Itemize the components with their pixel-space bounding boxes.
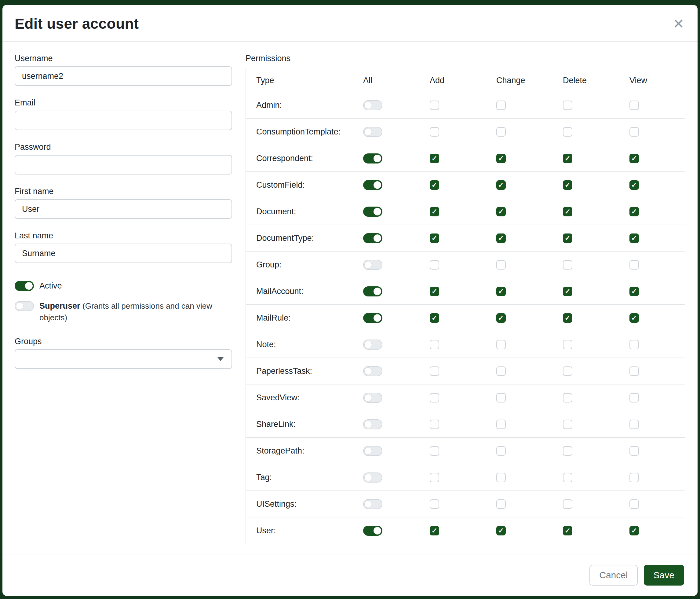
permission-view-checkbox[interactable]	[629, 100, 639, 110]
permission-add-checkbox[interactable]	[430, 127, 439, 137]
permission-change-checkbox[interactable]	[496, 340, 506, 349]
permission-delete-checkbox[interactable]	[563, 499, 572, 509]
permission-view-checkbox[interactable]	[629, 127, 639, 137]
permission-delete-checkbox[interactable]	[563, 446, 572, 456]
permission-view-checkbox[interactable]: ✓	[629, 313, 639, 323]
permission-all-toggle[interactable]	[363, 419, 382, 429]
permission-delete-checkbox[interactable]: ✓	[563, 287, 572, 296]
permission-add-checkbox[interactable]	[430, 100, 439, 110]
permission-delete-checkbox[interactable]	[563, 366, 572, 376]
permission-view-checkbox[interactable]: ✓	[629, 154, 639, 163]
permission-all-toggle[interactable]	[363, 526, 382, 536]
permission-view-checkbox[interactable]	[629, 393, 639, 403]
save-button[interactable]: Save	[644, 565, 684, 585]
permission-change-checkbox[interactable]	[496, 393, 506, 403]
permission-add-checkbox[interactable]	[430, 260, 439, 269]
permission-delete-checkbox[interactable]: ✓	[563, 526, 572, 535]
permission-add-checkbox[interactable]: ✓	[430, 234, 439, 243]
permission-add-checkbox[interactable]	[430, 446, 439, 456]
permission-delete-checkbox[interactable]: ✓	[563, 313, 572, 323]
permission-change-checkbox[interactable]	[496, 420, 506, 429]
permission-delete-checkbox[interactable]: ✓	[563, 180, 572, 190]
first-name-field[interactable]	[15, 199, 232, 219]
column-header-delete: Delete	[552, 76, 619, 85]
permission-all-toggle[interactable]	[363, 339, 382, 350]
permission-delete-checkbox[interactable]: ✓	[563, 154, 572, 163]
permission-view-checkbox[interactable]	[629, 366, 639, 376]
permission-view-checkbox[interactable]	[629, 473, 639, 482]
permission-change-checkbox[interactable]	[496, 127, 506, 137]
permission-add-checkbox[interactable]	[430, 393, 439, 403]
permission-change-checkbox[interactable]: ✓	[496, 234, 506, 243]
permission-all-toggle[interactable]	[363, 473, 382, 483]
permission-all-toggle[interactable]	[363, 153, 382, 164]
email-label: Email	[15, 98, 232, 107]
permission-all-toggle[interactable]	[363, 393, 382, 403]
permission-change-checkbox[interactable]	[496, 100, 506, 110]
permission-change-checkbox[interactable]: ✓	[496, 287, 506, 296]
permission-add-checkbox[interactable]: ✓	[430, 526, 439, 535]
close-icon[interactable]: ✕	[673, 17, 684, 30]
email-field[interactable]	[15, 111, 232, 130]
permission-change-checkbox[interactable]: ✓	[496, 313, 506, 323]
permission-all-toggle[interactable]	[363, 313, 382, 323]
username-field[interactable]	[15, 66, 232, 86]
permission-all-toggle[interactable]	[363, 127, 382, 137]
permission-all-toggle[interactable]	[363, 260, 382, 270]
permission-all-toggle[interactable]	[363, 366, 382, 376]
permission-add-checkbox[interactable]	[430, 499, 439, 509]
permission-change-checkbox[interactable]: ✓	[496, 526, 506, 535]
permission-delete-checkbox[interactable]	[563, 127, 572, 137]
permission-view-checkbox[interactable]: ✓	[629, 234, 639, 243]
permission-all-toggle[interactable]	[363, 499, 382, 509]
permission-view-checkbox[interactable]	[629, 446, 639, 456]
permission-view-checkbox[interactable]	[629, 260, 639, 269]
permission-delete-checkbox[interactable]	[563, 393, 572, 403]
permission-all-toggle[interactable]	[363, 180, 382, 190]
user-form: Username Email Password First name Last …	[15, 54, 232, 548]
superuser-toggle[interactable]	[15, 301, 34, 311]
permission-view-checkbox[interactable]: ✓	[629, 287, 639, 296]
permission-add-checkbox[interactable]: ✓	[430, 207, 439, 216]
permission-view-checkbox[interactable]	[629, 420, 639, 429]
permission-change-checkbox[interactable]	[496, 446, 506, 456]
permission-change-checkbox[interactable]	[496, 499, 506, 509]
permission-add-checkbox[interactable]	[430, 473, 439, 482]
permission-change-checkbox[interactable]	[496, 473, 506, 482]
groups-select[interactable]	[15, 349, 232, 369]
permission-change-checkbox[interactable]: ✓	[496, 207, 506, 216]
permission-delete-checkbox[interactable]: ✓	[563, 234, 572, 243]
permission-all-toggle[interactable]	[363, 207, 382, 217]
permission-add-checkbox[interactable]	[430, 366, 439, 376]
permission-view-checkbox[interactable]	[629, 499, 639, 509]
active-toggle[interactable]	[15, 281, 34, 291]
permission-change-checkbox[interactable]	[496, 366, 506, 376]
permission-all-toggle[interactable]	[363, 286, 382, 296]
toggle-knob	[374, 527, 381, 534]
permission-add-checkbox[interactable]	[430, 340, 439, 349]
last-name-field[interactable]	[15, 244, 232, 263]
cancel-button[interactable]: Cancel	[590, 565, 638, 585]
permission-delete-checkbox[interactable]	[563, 260, 572, 269]
permission-delete-checkbox[interactable]	[563, 473, 572, 482]
permission-all-toggle[interactable]	[363, 233, 382, 243]
password-field[interactable]	[15, 155, 232, 174]
permission-delete-checkbox[interactable]	[563, 420, 572, 429]
permission-delete-checkbox[interactable]	[563, 340, 572, 349]
permission-all-toggle[interactable]	[363, 100, 382, 110]
permission-view-checkbox[interactable]	[629, 340, 639, 349]
permission-change-checkbox[interactable]: ✓	[496, 180, 506, 190]
permission-add-checkbox[interactable]: ✓	[430, 180, 439, 190]
permission-view-checkbox[interactable]: ✓	[629, 180, 639, 190]
permission-delete-checkbox[interactable]	[563, 100, 572, 110]
permission-view-checkbox[interactable]: ✓	[629, 526, 639, 535]
permission-all-toggle[interactable]	[363, 446, 382, 456]
permission-change-checkbox[interactable]: ✓	[496, 154, 506, 163]
permission-add-checkbox[interactable]: ✓	[430, 287, 439, 296]
permission-add-checkbox[interactable]	[430, 420, 439, 429]
permission-change-checkbox[interactable]	[496, 260, 506, 269]
permission-add-checkbox[interactable]: ✓	[430, 154, 439, 163]
permission-add-checkbox[interactable]: ✓	[430, 313, 439, 323]
permission-delete-checkbox[interactable]: ✓	[563, 207, 572, 216]
permission-view-checkbox[interactable]: ✓	[629, 207, 639, 216]
